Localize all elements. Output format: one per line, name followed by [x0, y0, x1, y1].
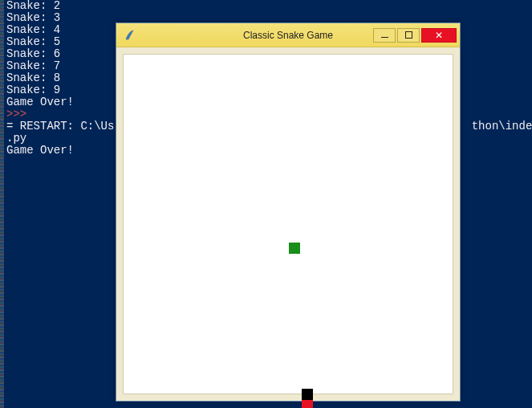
food	[289, 243, 300, 254]
canvas-frame	[116, 47, 460, 401]
snake-body	[302, 400, 313, 408]
shell-line: Snake: 2	[6, 0, 532, 12]
maximize-button[interactable]	[397, 28, 420, 43]
window-titlebar[interactable]: Classic Snake Game ✕	[116, 23, 460, 47]
close-icon: ✕	[435, 31, 443, 40]
minimize-button[interactable]	[373, 28, 396, 43]
close-button[interactable]: ✕	[421, 28, 457, 43]
snake-head	[302, 389, 313, 400]
editor-gutter	[0, 0, 4, 408]
window-controls: ✕	[373, 28, 457, 43]
game-canvas[interactable]	[123, 54, 453, 394]
game-window: Classic Snake Game ✕	[116, 22, 461, 402]
tk-feather-icon	[123, 29, 136, 42]
